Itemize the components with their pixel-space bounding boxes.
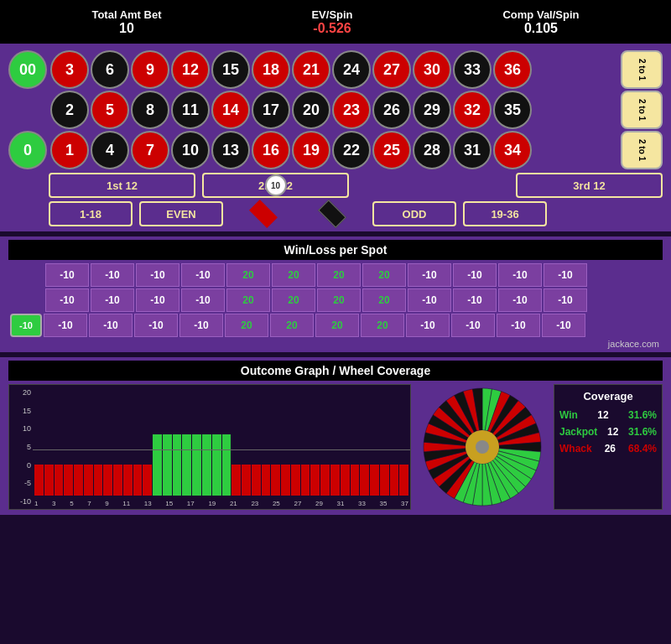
num-cell-15[interactable]: 15 <box>211 50 250 89</box>
num-cell-28[interactable]: 28 <box>413 131 451 169</box>
third-dozen[interactable]: 3rd 12 <box>516 173 663 198</box>
num-cell-36[interactable]: 36 <box>493 50 532 89</box>
number-row-1: 258111417202326293235 <box>50 91 617 129</box>
wl-cell-2-9: -10 <box>451 314 495 337</box>
wl-cell-2-1: -10 <box>89 314 133 337</box>
num-cell-3[interactable]: 3 <box>50 50 89 89</box>
winloss-title: Win/Loss per Spot <box>8 240 663 260</box>
num-cell-29[interactable]: 29 <box>413 91 451 129</box>
bar-1 <box>44 388 54 496</box>
x-axis-label: 31 <box>336 500 344 507</box>
num-cell-26[interactable]: 26 <box>372 91 411 129</box>
num-cell-32[interactable]: 32 <box>453 91 492 129</box>
num-cell-9[interactable]: 9 <box>131 50 169 89</box>
wl-cell-1-6: 20 <box>317 288 361 312</box>
wl-row-2: -10-10-10-10-1020202020-10-10-10-10 <box>10 314 663 337</box>
bar-25 <box>281 388 290 496</box>
num-cell-22[interactable]: 22 <box>332 131 371 169</box>
num-cell-7[interactable]: 7 <box>131 131 169 169</box>
num-cell-24[interactable]: 24 <box>332 50 371 89</box>
bar-17 <box>202 388 211 496</box>
wl-cell-1-5: 20 <box>272 288 315 312</box>
bar-32 <box>351 388 360 496</box>
num-cell-17[interactable]: 17 <box>252 91 290 129</box>
num-cell-34[interactable]: 34 <box>493 131 532 169</box>
coverage-win-pct: 31.6% <box>628 409 657 421</box>
wl-cell-0-6: 20 <box>317 263 361 287</box>
wl-cell-0-4: 20 <box>226 263 270 287</box>
wl-cell-2-8: -10 <box>406 314 450 337</box>
bet-black[interactable] <box>299 201 366 226</box>
x-axis-label: 19 <box>208 500 216 507</box>
wl-cell-1-3: -10 <box>181 288 225 312</box>
bar-35 <box>380 388 389 496</box>
bar-37 <box>399 388 408 496</box>
wl-cell-1-0: -10 <box>45 288 89 312</box>
num-cell-13[interactable]: 13 <box>211 131 250 169</box>
bar-11 <box>143 388 152 496</box>
first-dozen[interactable]: 1st 12 <box>49 173 195 198</box>
bet-odd[interactable]: ODD <box>372 201 456 226</box>
x-axis-label: 27 <box>294 500 301 507</box>
side-bet-top[interactable]: 2 to 1 <box>621 50 663 89</box>
num-cell-12[interactable]: 12 <box>171 50 210 89</box>
num-cell-20[interactable]: 20 <box>292 91 330 129</box>
num-cell-19[interactable]: 19 <box>292 131 330 169</box>
bar-22 <box>252 388 261 496</box>
bar-10 <box>133 388 143 496</box>
graph-yaxis: 20151050-5-10 <box>9 385 33 509</box>
bet-19-36[interactable]: 19-36 <box>463 201 547 226</box>
num-cell-8[interactable]: 8 <box>131 91 169 129</box>
coverage-jackpot-pct: 31.6% <box>628 426 657 438</box>
num-cell-6[interactable]: 6 <box>91 50 129 89</box>
num-cell-11[interactable]: 11 <box>171 91 210 129</box>
num-cell-1[interactable]: 1 <box>50 131 89 169</box>
wl-cell-1-1: -10 <box>91 288 134 312</box>
bet-even[interactable]: EVEN <box>139 201 223 226</box>
y-axis-label: 15 <box>11 407 31 415</box>
coverage-win-count: 12 <box>597 409 608 421</box>
coverage-jackpot-count: 12 <box>607 426 618 438</box>
dozen-row: 1st 12 2nd 12 10 3rd 12 <box>8 173 663 198</box>
bar-20 <box>231 388 241 496</box>
bet-red[interactable] <box>230 201 297 226</box>
zero[interactable]: 0 <box>8 131 47 169</box>
side-bet-mid[interactable]: 2 to 1 <box>621 91 663 129</box>
num-cell-33[interactable]: 33 <box>453 50 492 89</box>
number-row-2: 147101316192225283134 <box>50 131 617 169</box>
wheel-svg <box>419 384 545 510</box>
x-axis-label: 25 <box>273 500 280 507</box>
coverage-jackpot-label: Jackpot <box>559 426 597 438</box>
num-cell-2[interactable]: 2 <box>50 91 89 129</box>
num-cell-14[interactable]: 14 <box>211 91 250 129</box>
second-dozen[interactable]: 2nd 12 10 <box>202 173 349 198</box>
wl-cell-0-7: 20 <box>362 263 406 287</box>
num-cell-18[interactable]: 18 <box>252 50 290 89</box>
num-cell-27[interactable]: 27 <box>372 50 411 89</box>
bar-8 <box>113 388 122 496</box>
num-cell-10[interactable]: 10 <box>171 131 210 169</box>
bar-33 <box>360 388 369 496</box>
num-cell-31[interactable]: 31 <box>453 131 492 169</box>
x-axis-label: 17 <box>187 500 195 507</box>
y-axis-label: 5 <box>11 443 31 451</box>
num-cell-16[interactable]: 16 <box>252 131 290 169</box>
wl-cell-0-0: -10 <box>45 263 89 287</box>
num-cell-5[interactable]: 5 <box>91 91 129 129</box>
double-zero[interactable]: 00 <box>8 50 47 89</box>
number-grid: 00 0 36912151821242730333625811141720232… <box>8 50 663 169</box>
num-cell-35[interactable]: 35 <box>493 91 532 129</box>
num-cell-4[interactable]: 4 <box>91 131 129 169</box>
x-axis-label: 33 <box>358 500 366 507</box>
wl-cell-1-8: -10 <box>408 288 451 312</box>
num-cell-30[interactable]: 30 <box>413 50 451 89</box>
num-cell-25[interactable]: 25 <box>372 131 411 169</box>
num-cell-23[interactable]: 23 <box>332 91 371 129</box>
coverage-title: Coverage <box>559 390 657 402</box>
wl-cell-2-4: 20 <box>225 314 268 337</box>
wl-cell-0-9: -10 <box>453 263 497 287</box>
side-bet-bot[interactable]: 2 to 1 <box>621 131 663 169</box>
bet-1-18[interactable]: 1-18 <box>49 201 133 226</box>
num-cell-21[interactable]: 21 <box>292 50 330 89</box>
wl-cell-1-11: -10 <box>544 288 587 312</box>
